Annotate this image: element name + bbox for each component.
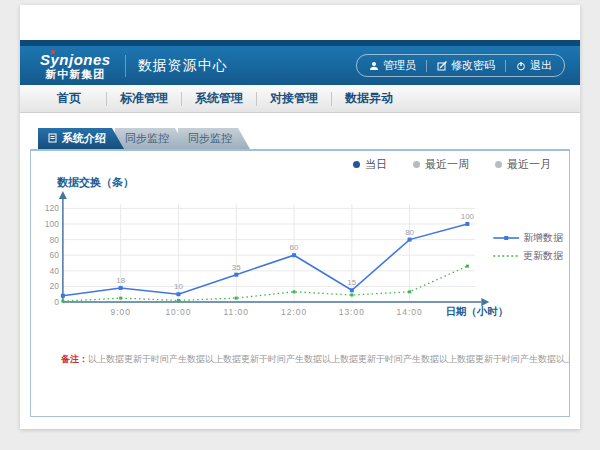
user-menu-item-3[interactable]: 退出 xyxy=(516,58,552,73)
card-body: 当日最近一周最近一月 数据交换（条） 0204060801001209:0010… xyxy=(30,149,570,417)
brand-name: Synjones xyxy=(40,52,111,67)
radio-option-2[interactable]: 最近一周 xyxy=(413,157,469,172)
data-point[interactable] xyxy=(293,290,296,293)
x-tick-label: 13:00 xyxy=(339,307,365,317)
x-axis-arrow-icon xyxy=(481,298,489,306)
nav-item-2[interactable]: 标准管理 xyxy=(107,90,181,107)
desktop-background: { "header": { "logo": { "brand": "Synjon… xyxy=(0,0,600,450)
x-axis-title: 日期（小时） xyxy=(445,305,508,318)
y-axis-title: 数据交换（条） xyxy=(57,175,569,190)
x-tick-label: 11:00 xyxy=(223,307,249,317)
data-point[interactable] xyxy=(119,286,123,290)
data-point[interactable] xyxy=(61,300,64,303)
tab-1[interactable]: 系统介绍 xyxy=(38,128,124,149)
x-tick-label: 12:00 xyxy=(281,307,307,317)
data-point[interactable] xyxy=(292,253,296,257)
radio-dot xyxy=(495,161,502,168)
user-menu-label: 修改密码 xyxy=(451,58,495,73)
radio-label: 最近一月 xyxy=(507,157,551,172)
data-point-label: 15 xyxy=(347,278,356,287)
note-text: 以上数据更新于时间产生数据以上数据更新于时间产生数据以上数据更新于时间产生数据以… xyxy=(88,354,569,364)
y-axis-arrow-icon xyxy=(59,191,67,199)
data-point-label: 100 xyxy=(461,212,475,221)
company-name: 新中新集团 xyxy=(45,69,105,80)
data-point-label: 18 xyxy=(116,276,125,285)
user-menu-label: 管理员 xyxy=(383,58,416,73)
tab-label: 同步监控 xyxy=(125,131,169,146)
time-range-filter: 当日最近一周最近一月 xyxy=(31,155,569,174)
user-menu-separator xyxy=(505,60,506,72)
radio-label: 当日 xyxy=(365,157,387,172)
y-tick-label: 100 xyxy=(45,219,59,229)
data-point[interactable] xyxy=(408,290,411,293)
user-menu-item-1[interactable]: 管理员 xyxy=(369,58,416,73)
nav-item-5[interactable]: 数据异动 xyxy=(332,90,406,107)
radio-dot xyxy=(353,161,360,168)
tab-3[interactable]: 同步监控 xyxy=(178,128,250,149)
page-top-margin xyxy=(20,5,580,40)
y-tick-label: 60 xyxy=(49,250,59,260)
y-tick-label: 0 xyxy=(54,297,59,307)
note-prefix: 备注： xyxy=(61,354,88,364)
tab-label: 同步监控 xyxy=(188,131,232,146)
data-point-label: 10 xyxy=(174,282,183,291)
data-point[interactable] xyxy=(119,297,122,300)
x-tick-label: 9:00 xyxy=(110,307,130,317)
data-point[interactable] xyxy=(465,222,469,226)
app-title: 数据资源中心 xyxy=(138,57,228,75)
data-point[interactable] xyxy=(61,294,65,298)
data-point[interactable] xyxy=(466,265,469,268)
tab-2[interactable]: 同步监控 xyxy=(115,128,187,149)
legend-label[interactable]: 更新数据 xyxy=(523,250,563,261)
radio-option-3[interactable]: 最近一月 xyxy=(495,157,551,172)
nav-item-3[interactable]: 系统管理 xyxy=(182,90,256,107)
header-divider xyxy=(125,55,126,77)
legend-point-icon xyxy=(504,236,508,240)
main-nav: 首页标准管理系统管理对接管理数据异动 xyxy=(20,85,580,113)
data-point-label: 60 xyxy=(290,243,299,252)
power-icon xyxy=(516,61,526,71)
footer-note: 备注：以上数据更新于时间产生数据以上数据更新于时间产生数据以上数据更新于时间产生… xyxy=(61,353,569,366)
user-menu: 管理员修改密码退出 xyxy=(356,54,565,77)
data-point[interactable] xyxy=(350,293,353,296)
brand-red-dot-icon xyxy=(51,50,55,54)
user-menu-separator xyxy=(426,60,427,72)
y-tick-label: 40 xyxy=(49,266,59,276)
user-menu-label: 退出 xyxy=(530,58,552,73)
content-card: 系统介绍同步监控同步监控 当日最近一周最近一月 数据交换（条） 02040608… xyxy=(30,128,570,417)
data-point[interactable] xyxy=(177,299,180,302)
data-point[interactable] xyxy=(408,238,412,242)
data-point-label: 35 xyxy=(232,263,241,272)
document-icon xyxy=(48,133,57,145)
y-tick-label: 80 xyxy=(49,235,59,245)
y-tick-label: 120 xyxy=(45,203,59,213)
legend-label[interactable]: 新增数据 xyxy=(523,232,563,243)
tab-bar: 系统介绍同步监控同步监控 xyxy=(30,128,570,149)
data-point[interactable] xyxy=(350,288,354,292)
radio-dot xyxy=(413,161,420,168)
user-menu-item-2[interactable]: 修改密码 xyxy=(437,58,495,73)
radio-label: 最近一周 xyxy=(425,157,469,172)
user-icon xyxy=(369,61,379,71)
x-tick-label: 10:00 xyxy=(165,307,191,317)
edit-icon xyxy=(437,61,447,71)
tab-label: 系统介绍 xyxy=(62,131,106,146)
data-point[interactable] xyxy=(176,292,180,296)
data-point[interactable] xyxy=(235,297,238,300)
nav-item-4[interactable]: 对接管理 xyxy=(257,90,331,107)
app-header: Synjones 新中新集团 数据资源中心 管理员修改密码退出 xyxy=(20,46,580,85)
data-point-label: 80 xyxy=(405,228,414,237)
nav-item-1[interactable]: 首页 xyxy=(32,90,106,107)
data-point[interactable] xyxy=(234,273,238,277)
x-tick-label: 14:00 xyxy=(397,307,423,317)
browser-page: Synjones 新中新集团 数据资源中心 管理员修改密码退出 首页标准管理系统… xyxy=(20,5,580,429)
y-tick-label: 20 xyxy=(49,281,59,291)
radio-option-1[interactable]: 当日 xyxy=(353,157,387,172)
company-logo: Synjones 新中新集团 xyxy=(40,52,111,80)
line-chart: 0204060801001209:0010:0011:0012:0013:001… xyxy=(31,190,569,325)
